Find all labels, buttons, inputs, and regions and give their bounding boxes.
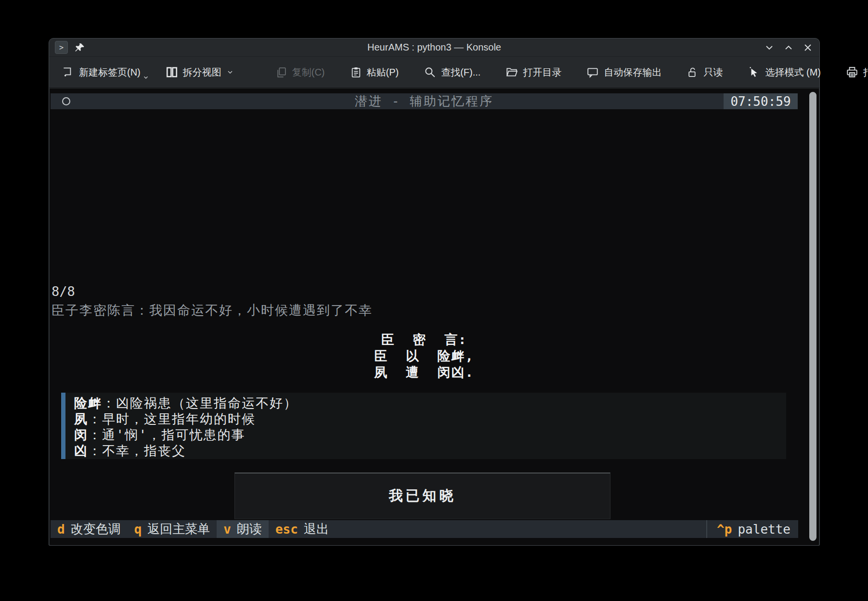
split-view-label: 拆分视图 — [183, 66, 221, 79]
prompt-glyph: > — [59, 43, 64, 52]
autosave-output-label: 自动保存输出 — [604, 66, 661, 79]
hotkey-read-aloud[interactable]: v 朗读 — [217, 520, 269, 538]
paste-button[interactable]: 粘贴(P) — [344, 62, 405, 83]
app-title: 潜进 - 辅助记忆程序 — [51, 93, 798, 110]
note-term: 凶 — [74, 443, 88, 458]
copy-button[interactable]: 复制(C) — [270, 62, 331, 83]
verse-block: 臣 密 言: 臣 以 险衅, 夙 遭 闵凶. — [50, 332, 799, 381]
note-text: ：凶险祸患（这里指命运不好） — [102, 396, 298, 410]
hotkey-label: 朗读 — [237, 521, 262, 537]
terminal-screen[interactable]: 潜进 - 辅助记忆程序 07:50:59 8/8 臣子李密陈言：我因命运不好，小… — [50, 89, 819, 545]
hotkey-key: q — [134, 522, 142, 537]
read-only-button[interactable]: 只读 — [681, 62, 728, 83]
paste-icon — [350, 66, 362, 78]
find-button[interactable]: 查找(F)... — [418, 62, 486, 83]
note-row: 凶：不幸，指丧父 — [74, 443, 786, 459]
toolbar: 新建标签页(N) 拆分视图 复制(C) 粘贴(P) — [49, 57, 819, 88]
new-tab-button[interactable]: 新建标签页(N) — [56, 62, 155, 83]
new-tab-label: 新建标签页(N) — [79, 66, 141, 79]
hotkey-key: d — [57, 522, 65, 537]
select-mode-button[interactable]: 选择模式 (M) — [742, 62, 827, 83]
note-term: 闵 — [74, 427, 88, 442]
copy-icon — [275, 66, 287, 78]
scrollbar[interactable] — [809, 92, 816, 541]
print-label: 打印 — [863, 66, 868, 79]
app-header-bar: 潜进 - 辅助记忆程序 07:50:59 — [51, 93, 798, 109]
hotkey-label: 退出 — [304, 521, 329, 537]
verse-line: 臣 以 险衅, — [50, 348, 799, 364]
chevron-down-icon — [226, 68, 234, 76]
hotkey-label: palette — [738, 522, 790, 537]
output-bubble-icon — [586, 66, 599, 78]
minimize-icon[interactable] — [764, 42, 775, 53]
paste-label: 粘贴(P) — [367, 66, 399, 79]
status-bar: d 改变色调 q 返回主菜单 v 朗读 esc 退出 ^p palette — [51, 520, 798, 538]
hotkey-key: esc — [275, 522, 298, 537]
progress-counter: 8/8 — [52, 284, 75, 299]
notes-panel: 险衅：凶险祸患（这里指命运不好） 夙：早时，这里指年幼的时候 闵：通'悯'，指可… — [61, 393, 786, 459]
clock-display: 07:50:59 — [724, 93, 798, 109]
autosave-output-button[interactable]: 自动保存输出 — [581, 62, 667, 83]
split-view-button[interactable]: 拆分视图 — [160, 62, 240, 83]
hotkey-exit[interactable]: esc 退出 — [269, 520, 336, 538]
verse-line: 臣 密 言: — [50, 332, 799, 348]
hotkey-palette[interactable]: ^p palette — [706, 520, 798, 538]
note-text: ：通'悯'，指可忧患的事 — [88, 427, 246, 442]
note-text: ：不幸，指丧父 — [88, 443, 186, 458]
hotkey-change-theme[interactable]: d 改变色调 — [51, 520, 128, 538]
hotkey-label: 返回主菜单 — [147, 521, 210, 537]
note-text: ：早时，这里指年幼的时候 — [88, 411, 256, 426]
hotkey-label: 改变色调 — [71, 521, 121, 537]
verse-line: 夙 遭 闵凶. — [50, 364, 799, 381]
folder-icon — [505, 66, 518, 78]
hotkey-key: ^p — [717, 522, 732, 537]
search-icon — [424, 66, 436, 78]
new-tab-icon — [62, 66, 74, 78]
terminal-tab-icon[interactable]: > — [55, 41, 68, 54]
open-directory-button[interactable]: 打开目录 — [500, 62, 567, 83]
pin-icon[interactable] — [75, 42, 85, 53]
close-icon[interactable] — [802, 42, 814, 53]
find-label: 查找(F)... — [441, 66, 480, 79]
konsole-window: > HeurAMS : python3 — Konsole 新建标签页(N) — [49, 38, 820, 546]
split-view-icon — [166, 66, 178, 78]
hotkey-key: v — [223, 522, 231, 537]
printer-icon — [846, 66, 858, 78]
note-row: 险衅：凶险祸患（这里指命运不好） — [74, 395, 786, 411]
read-only-label: 只读 — [703, 66, 723, 79]
cursor-arrow-icon — [748, 66, 760, 78]
note-term: 险衅 — [74, 396, 102, 410]
lock-open-icon — [687, 66, 699, 78]
note-term: 夙 — [74, 411, 88, 426]
open-directory-label: 打开目录 — [523, 66, 561, 79]
select-mode-label: 选择模式 (M) — [765, 66, 821, 79]
maximize-icon[interactable] — [783, 42, 794, 53]
translation-hint: 臣子李密陈言：我因命运不好，小时候遭遇到了不幸 — [52, 302, 373, 319]
acknowledge-button[interactable]: 我已知晓 — [234, 473, 610, 519]
titlebar[interactable]: > HeurAMS : python3 — Konsole — [49, 38, 819, 57]
note-row: 闵：通'悯'，指可忧患的事 — [74, 427, 786, 443]
window-title: HeurAMS : python3 — Konsole — [49, 42, 819, 53]
hotkey-main-menu[interactable]: q 返回主菜单 — [128, 520, 217, 538]
note-row: 夙：早时，这里指年幼的时候 — [74, 411, 786, 427]
chevron-down-icon — [143, 74, 149, 81]
copy-label: 复制(C) — [292, 66, 325, 79]
print-button[interactable]: 打印 — [840, 62, 868, 83]
